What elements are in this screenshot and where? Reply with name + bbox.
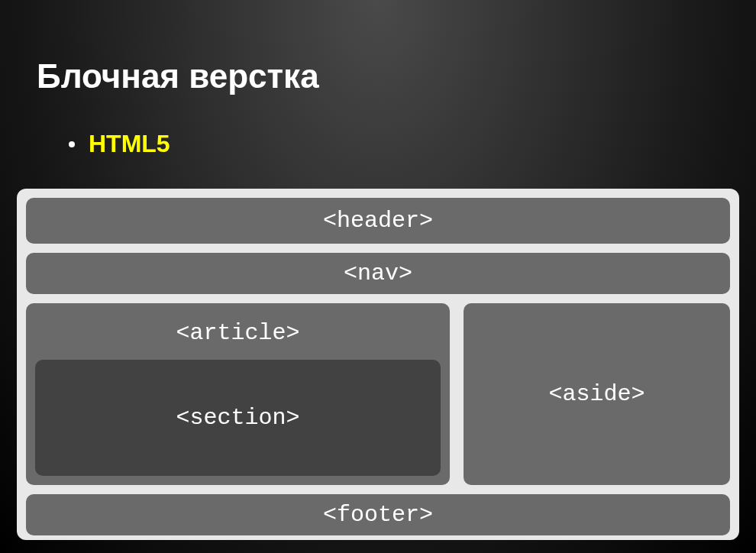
middle-row: <article> <section> <aside>: [26, 303, 730, 485]
bullet-text: HTML5: [89, 130, 170, 158]
header-block: <header>: [26, 198, 730, 244]
bullet-dot-icon: [69, 141, 75, 147]
footer-block: <footer>: [26, 494, 730, 535]
article-label: <article>: [35, 312, 441, 360]
html5-layout-diagram: <header> <nav> <article> <section> <asid…: [17, 189, 739, 540]
article-block: <article> <section>: [26, 303, 450, 485]
bullet-item: HTML5: [69, 130, 756, 158]
bullet-list: HTML5: [0, 95, 756, 158]
aside-block: <aside>: [464, 303, 730, 485]
nav-block: <nav>: [26, 253, 730, 294]
slide-title: Блочная верстка: [0, 0, 756, 95]
section-block: <section>: [35, 360, 441, 476]
